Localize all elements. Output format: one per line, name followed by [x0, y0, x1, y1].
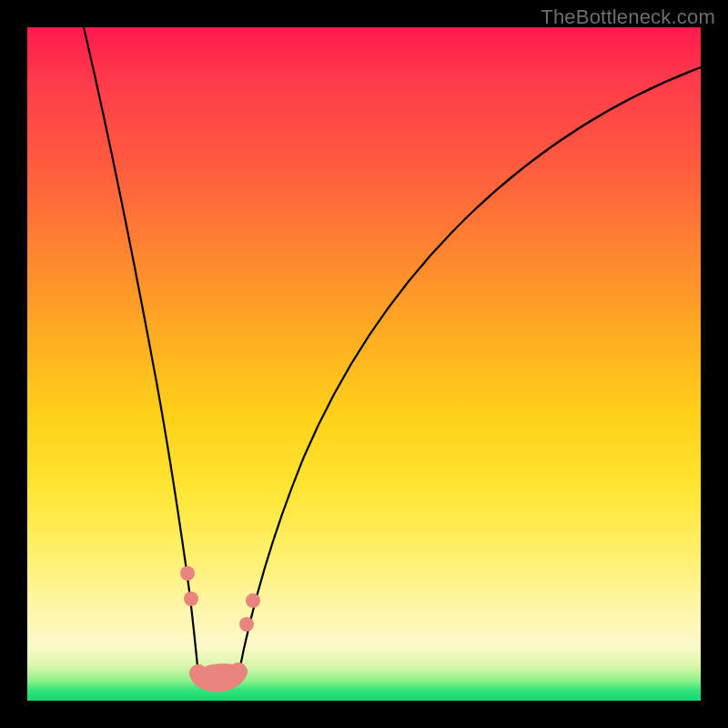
watermark-text: TheBottleneck.com	[541, 5, 715, 29]
chart-stage: TheBottleneck.com	[0, 0, 728, 728]
curve-layer	[27, 27, 701, 701]
bottleneck-curve-right	[238, 67, 701, 675]
marker-dot	[239, 617, 254, 632]
marker-dot	[246, 593, 260, 608]
marker-dot	[180, 566, 195, 581]
bottleneck-curve-left	[84, 27, 198, 675]
plot-area	[27, 27, 701, 701]
marker-dot	[184, 592, 198, 606]
